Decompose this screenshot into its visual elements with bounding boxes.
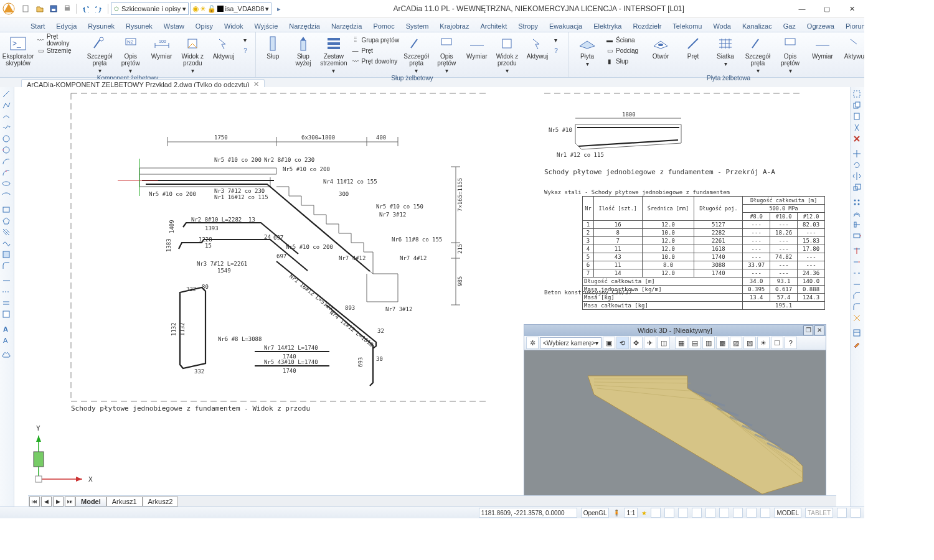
view3d-help-icon[interactable]: ? [785,337,797,349]
model-tab[interactable]: Model [75,497,106,506]
ribbon-tab-rysunek[interactable]: Rysunek [120,20,158,32]
group2-help[interactable]: ? [554,45,565,55]
first-tab-button[interactable]: ⏮ [29,497,40,506]
status-dyn-icon[interactable] [747,508,757,518]
ellipse-arc-tool-icon[interactable] [2,190,12,200]
explode-tool-icon[interactable] [852,314,862,324]
pret-dowolny-button[interactable]: 〰Pręt dowolny [36,35,82,45]
trim-tool-icon[interactable] [852,246,862,256]
move-tool-icon[interactable] [852,149,862,159]
status-snap-icon[interactable] [651,508,661,518]
status-plus-icon[interactable] [760,508,770,518]
text-tool-icon[interactable]: A [2,336,12,346]
ribbon-tab-woda[interactable]: Woda [707,20,737,32]
wymiar-button3[interactable]: Wymiar [808,35,837,60]
opis-pretow-button3[interactable]: Opis prętów▾ [776,35,804,74]
ribbon-tab-widok[interactable]: Widok [219,20,249,32]
grupa-pretow-button[interactable]: ⦙⦙Grupa prętów [351,35,400,45]
last-tab-button[interactable]: ⏭ [65,497,75,506]
otwor-button[interactable]: Otwór [646,35,675,60]
mirror-tool-icon[interactable] [852,172,862,182]
view3d-sun-icon[interactable]: ☀ [757,337,770,349]
status-grid-icon[interactable] [664,508,674,518]
ribbon-tab-narzędzia[interactable]: Narzędzia [326,20,368,32]
scale-tool-icon[interactable] [852,183,862,193]
region-tool-icon[interactable] [2,250,12,260]
view3d-style5-icon[interactable]: ▨ [730,337,742,349]
redo-icon[interactable] [93,2,105,15]
break-tool-icon[interactable] [852,269,862,279]
hatch-tool-icon[interactable] [2,228,12,238]
revcloud-tool-icon[interactable] [2,351,12,361]
extend-tool-icon[interactable] [852,258,862,268]
app-icon[interactable] [0,0,17,17]
slup-button2[interactable]: ▮Słup [605,56,643,66]
status-person-icon[interactable]: 🧍 [613,510,620,516]
ribbon-tab-gaz[interactable]: Gaz [778,20,801,32]
polyline-tool-icon[interactable] [2,101,12,111]
siatka-button[interactable]: Siatka▾ [711,35,740,67]
match-props-tool-icon[interactable] [852,340,862,350]
aktywuj-button2[interactable]: Aktywuj [524,35,551,60]
fillet-tool-icon[interactable] [2,261,12,271]
wipeout-tool-icon[interactable] [2,310,12,320]
paste-tool-icon[interactable] [852,112,862,122]
arc-tool-icon[interactable] [2,157,12,167]
zestaw-strzemion-button[interactable]: Zestaw strzemion▾ [320,35,347,74]
ribbon-tab-kanalizac[interactable]: Kanalizac [737,20,778,32]
status-osnap-icon[interactable] [705,508,715,518]
cut-tool-icon[interactable] [852,123,862,133]
view3d-settings-icon[interactable]: ☐ [771,337,783,349]
view3d-orbit-icon[interactable]: ⟲ [616,337,629,349]
view3d-viewport[interactable] [526,351,824,503]
szczegol-preta-button[interactable]: Szczegół pręta▾ [86,35,113,74]
pret-button[interactable]: —Pręt [351,45,400,55]
freehand-tool-icon[interactable] [2,123,12,133]
status-star-icon[interactable]: ★ [641,510,647,516]
ribbon-tab-piorunoc[interactable]: Piorunoc [840,20,864,32]
view3d-title-bar[interactable]: Widok 3D - [Nieaktywny] ❐ ✕ [524,325,826,336]
layout2-tab[interactable]: Arkusz2 [143,497,179,506]
szczegol-preta-button2[interactable]: Szczegół pręta▾ [403,35,430,74]
rotate-tool-icon[interactable] [852,161,862,170]
ray-tool-icon[interactable] [2,276,12,286]
view3d-perspective-icon[interactable]: ◫ [658,337,670,349]
ribbon-tab-system[interactable]: System [400,20,435,32]
close-button[interactable]: ✕ [839,0,864,17]
ribbon-tab-wstaw[interactable]: Wstaw [158,20,190,32]
ribbon-tab-opisy[interactable]: Opisy [190,20,219,32]
qat-more-icon[interactable]: ▸ [273,2,285,15]
spline-tool-icon[interactable] [2,112,12,122]
select-tool-icon[interactable] [852,90,862,100]
pret-button3[interactable]: Pręt [679,35,707,60]
status-lwt-icon[interactable] [733,508,743,518]
print-icon[interactable] [61,2,73,15]
widok-z-przodu-button2[interactable]: Widok z przodu▾ [494,35,521,74]
layer-combo[interactable]: ◉ ☀ 🔓 isa_VDA8D8 ▾ [190,2,271,15]
aktywuj-button[interactable]: Aktywuj [210,35,237,60]
minimize-button[interactable]: — [790,0,814,17]
fillet-tool-icon[interactable] [852,302,862,312]
view3d-tree-icon[interactable]: ✲ [526,337,539,349]
ellipse-tool-icon[interactable] [2,179,12,189]
status-model[interactable]: MODEL [774,508,801,518]
layout1-tab[interactable]: Arkusz1 [106,497,143,506]
view3d-style1-icon[interactable]: ▦ [675,337,687,349]
ribbon-tab-wyjście[interactable]: Wyjście [249,20,284,32]
view3d-close-button[interactable]: ✕ [814,325,824,335]
view3d-style3-icon[interactable]: ▥ [702,337,715,349]
ribbon-tab-rozdzielr[interactable]: Rozdzielr [627,20,667,32]
ribbon-tab-pomoc[interactable]: Pomoc [367,20,400,32]
boundary-tool-icon[interactable] [2,239,12,249]
circle-tool-icon[interactable] [2,134,12,144]
polygon-tool-icon[interactable] [2,217,12,226]
array-tool-icon[interactable] [852,198,862,208]
ribbon-tab-narzędzia[interactable]: Narzędzia [283,20,326,32]
slup-button[interactable]: Słup [260,35,286,60]
status-otrack-icon[interactable] [719,508,729,518]
view3d-fly-icon[interactable]: ✈ [644,337,656,349]
view3d-style4-icon[interactable]: ▩ [716,337,729,349]
opis-pretow-button[interactable]: N2Opis prętów▾ [117,35,144,74]
xline-tool-icon[interactable] [2,287,12,297]
save-icon[interactable] [47,2,60,15]
